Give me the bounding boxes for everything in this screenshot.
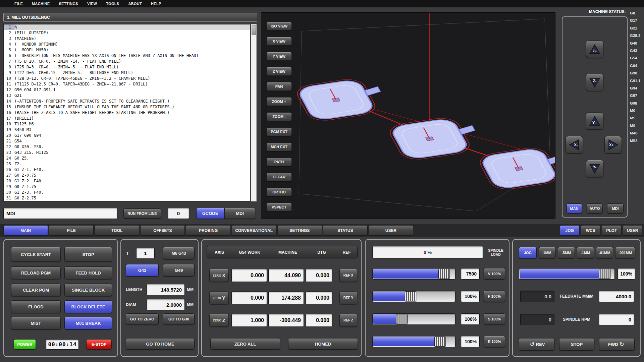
menu-item-tools[interactable]: TOOLS (106, 2, 119, 6)
stop-button[interactable]: STOP (64, 247, 112, 262)
zero-x-button[interactable]: ZEROX (209, 269, 229, 282)
rapid-override-button[interactable]: R 100% (484, 336, 505, 347)
jog-continuous-button[interactable]: JOG (519, 247, 537, 258)
jog-y-plus-button[interactable]: Y+ (586, 112, 603, 130)
single-block-button[interactable]: SINGLE BLOCK (64, 284, 112, 296)
go-to-home-button[interactable]: GO TO HOME (126, 338, 195, 350)
tab-main[interactable]: MAIN (3, 225, 48, 236)
ref-z-button[interactable]: REF Z (339, 314, 357, 327)
zoom-out-button[interactable]: ZOOM - (266, 112, 292, 121)
tab-plot[interactable]: PLOT (602, 225, 622, 236)
tab-conversational[interactable]: CONVERSATIONAL (232, 225, 276, 236)
go-to-zero-button[interactable]: GO TO ZERO (126, 313, 159, 325)
cycle-start-button[interactable]: CYCLE START (11, 247, 61, 262)
feed-hold-button[interactable]: FEED HOLD (64, 266, 112, 279)
gcode-viewer[interactable]: 1% 2(MILL OUTSIDE) 3(MACHINE) 4( VENDOR … (3, 24, 250, 201)
x-view-button[interactable]: X VIEW (266, 37, 292, 46)
tab-offsets[interactable]: OFFSETS (140, 225, 185, 236)
slider-handle[interactable] (434, 337, 446, 347)
g43-button[interactable]: G43 (126, 264, 159, 277)
y-view-button[interactable]: Y VIEW (266, 52, 292, 61)
spindle-fwd-button[interactable]: FWD ↻ (599, 338, 635, 351)
pan-button[interactable]: PAN (266, 82, 292, 91)
menu-item-machine[interactable]: MACHINE (32, 2, 50, 6)
backplot-3d-view[interactable]: ISO VIEW X VIEW Y VIEW Z VIEW PAN ZOOM +… (261, 12, 555, 219)
menu-item-view[interactable]: VIEW (87, 2, 97, 6)
jog-z-plus-button[interactable]: Z+ (586, 41, 603, 58)
jog-rate-slider[interactable] (519, 268, 615, 280)
homed-button[interactable]: HOMED (288, 338, 358, 350)
zoom-in-button[interactable]: ZOOM + (266, 97, 292, 106)
clear-button[interactable]: CLEAR (266, 173, 292, 181)
zero-y-button[interactable]: ZEROY (209, 291, 229, 304)
ortho-button[interactable]: ORTHO (266, 188, 292, 196)
run-from-line-number[interactable]: 0 (168, 208, 189, 219)
m6-g43-button[interactable]: M6 G43 (163, 247, 195, 259)
tab-probing[interactable]: PROBING (186, 225, 230, 236)
jog-x-plus-button[interactable]: X+ (604, 136, 622, 154)
slider-handle[interactable] (396, 314, 408, 324)
tab-wcs[interactable]: WCS (581, 225, 601, 236)
zero-z-button[interactable]: ZEROZ (209, 314, 229, 327)
ref-y-button[interactable]: REF Y (339, 291, 357, 304)
tab-jog[interactable]: JOG (560, 225, 580, 236)
menu-item-file[interactable]: FILE (14, 2, 23, 6)
jog-01mm-button[interactable]: .1MM (577, 247, 594, 258)
mch-extents-button[interactable]: MCH EXT (266, 142, 292, 151)
tab-settings[interactable]: SETTINGS (277, 225, 322, 236)
tab-user-side[interactable]: USER (623, 225, 643, 236)
gcode-scrollbar-thumb[interactable] (252, 25, 256, 35)
power-button[interactable]: POWER (14, 339, 36, 350)
m01-break-button[interactable]: M01 BREAK (64, 317, 112, 329)
path-button[interactable]: PATH (266, 158, 292, 166)
spindle-override-button[interactable]: S 100% (484, 313, 505, 325)
block-delete-button[interactable]: BLOCK DELETE (64, 300, 112, 313)
menu-item-settings[interactable]: SETTINGS (59, 2, 78, 6)
mode-mdi-button[interactable]: MDI (607, 203, 624, 214)
jog-05mm-button[interactable]: .5MM (558, 247, 575, 258)
pspect-button[interactable]: PSPECT (266, 203, 292, 212)
slider-handle[interactable] (405, 291, 416, 301)
slider-handle[interactable] (438, 269, 450, 279)
menu-item-help[interactable]: HELP (151, 2, 161, 6)
jog-x-minus-button[interactable]: X- (566, 136, 583, 154)
feed-override-button[interactable]: F 100% (484, 291, 505, 302)
iso-view-button[interactable]: ISO VIEW (266, 22, 292, 31)
rapid-override-slider[interactable] (372, 336, 455, 347)
mode-auto-button[interactable]: AUTO (587, 203, 603, 214)
jog-1mm-button[interactable]: 1MM (539, 247, 556, 258)
velocity-override-button[interactable]: V 100% (484, 268, 505, 280)
max-velocity-slider[interactable] (372, 268, 455, 280)
tab-tool[interactable]: TOOL (95, 225, 139, 236)
run-from-line-button[interactable]: RUN FROM LINE (123, 208, 161, 219)
menu-item-about[interactable]: ABOUT (128, 2, 142, 6)
jog-001mm-button[interactable]: .01MM (596, 247, 613, 258)
jog-0001mm-button[interactable]: .001MM (615, 247, 635, 258)
reload-pgm-button[interactable]: RELOAD PGM (11, 266, 61, 279)
mdi-input[interactable] (3, 208, 117, 219)
tab-status[interactable]: STATUS (323, 225, 368, 236)
jog-y-minus-button[interactable]: Y- (586, 160, 603, 177)
spindle-override-slider[interactable] (372, 313, 455, 325)
flood-button[interactable]: FLOOD (11, 300, 61, 313)
slider-handle[interactable] (599, 269, 610, 279)
g49-button[interactable]: G49 (163, 264, 195, 277)
estop-button[interactable]: E-STOP (86, 339, 112, 350)
ref-x-button[interactable]: REF X (339, 269, 357, 282)
spindle-rev-button[interactable]: ↺ REV (519, 338, 554, 351)
gcode-mode-button[interactable]: GCODE (196, 208, 224, 219)
feed-override-slider[interactable] (372, 291, 455, 302)
gcode-scrollbar[interactable] (251, 24, 257, 201)
pgm-extents-button[interactable]: PGM EXT (266, 127, 292, 136)
clear-pgm-button[interactable]: CLEAR PGM (11, 284, 61, 296)
mdi-mode-button[interactable]: MDI (224, 208, 255, 219)
mist-button[interactable]: MIST (11, 317, 61, 329)
zero-all-button[interactable]: ZERO ALL (210, 338, 280, 350)
tab-user[interactable]: USER (369, 225, 413, 236)
spindle-stop-button[interactable]: STOP (559, 338, 594, 351)
mode-man-button[interactable]: MAN (567, 203, 582, 214)
z-view-button[interactable]: Z VIEW (266, 67, 292, 76)
go-to-g30-button[interactable]: GO TO G30 (163, 313, 195, 325)
jog-z-minus-button[interactable]: Z- (586, 74, 603, 91)
tab-file[interactable]: FILE (49, 225, 94, 236)
